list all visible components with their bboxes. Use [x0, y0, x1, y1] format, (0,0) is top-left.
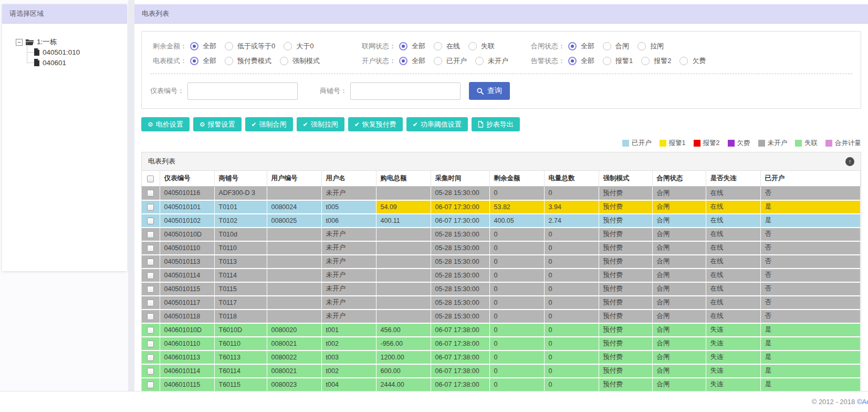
radio-option-account-status-1[interactable]: 已开户	[434, 56, 467, 66]
filter-separator	[150, 74, 852, 74]
table-cell: 0	[544, 337, 599, 351]
table-cell	[267, 241, 321, 255]
toolbar-button-抄表导出[interactable]: 抄表导出	[472, 117, 520, 131]
table-cell: -956.00	[376, 337, 431, 351]
table-header-row: 仪表编号商铺号用户编号用户名购电总额采集时间剩余金额电量总数强制模式合闸状态是否…	[142, 171, 861, 187]
row-checkbox-cell	[142, 310, 160, 323]
toolbar-button-报警设置[interactable]: ⚙报警设置	[193, 117, 242, 131]
table-cell: 未开户	[321, 296, 376, 310]
row-checkbox[interactable]	[147, 327, 154, 334]
table-cell: T6010D	[214, 323, 267, 337]
row-checkbox[interactable]	[147, 286, 154, 293]
legend-swatch	[758, 140, 765, 147]
radio-icon[interactable]	[434, 42, 442, 50]
row-checkbox[interactable]	[147, 382, 154, 388]
legend-label: 合并计量	[835, 139, 861, 148]
radio-icon[interactable]	[434, 57, 442, 65]
row-checkbox[interactable]	[147, 218, 154, 224]
table-cell: t005	[321, 200, 376, 214]
table-cell	[267, 255, 321, 269]
row-checkbox[interactable]	[147, 368, 154, 375]
radio-icon[interactable]	[225, 42, 233, 50]
radio-icon[interactable]	[280, 57, 288, 65]
radio-icon[interactable]	[568, 57, 577, 65]
table-cell: t002	[321, 337, 376, 351]
tree-child-node[interactable]: 040601	[25, 57, 127, 68]
radio-option-switch-status-2[interactable]: 拉闸	[637, 42, 664, 51]
query-button[interactable]: 查询	[469, 82, 510, 100]
select-all-checkbox[interactable]	[147, 176, 154, 182]
filter-group-label: 告警状态：	[528, 56, 565, 66]
toolbar-button-电价设置[interactable]: ⚙电价设置	[141, 117, 190, 131]
radio-icon[interactable]	[475, 57, 484, 65]
radio-option-network-status-1[interactable]: 在线	[434, 42, 460, 51]
radio-option-remaining-amount-1[interactable]: 低于或等于0	[225, 42, 275, 51]
radio-option-alarm-status-0[interactable]: 全部	[568, 56, 594, 66]
tree-child-node[interactable]: 040501:010	[25, 47, 127, 57]
radio-icon[interactable]	[603, 42, 611, 50]
tree-root-label[interactable]: 1:一栋	[37, 37, 57, 47]
radio-icon[interactable]	[399, 57, 407, 65]
table-cell: 54.09	[376, 200, 431, 214]
table-cell: T0113	[214, 255, 267, 269]
radio-option-alarm-status-2[interactable]: 报警2	[641, 56, 671, 66]
row-checkbox[interactable]	[147, 341, 154, 347]
toolbar-button-强制拉闸[interactable]: ✔强制拉闸	[297, 117, 344, 131]
toolbar-button-恢复预付费[interactable]: ✔恢复预付费	[348, 117, 403, 131]
radio-option-account-status-0[interactable]: 全部	[399, 56, 425, 66]
table-cell: 0	[544, 364, 599, 378]
table-cell: 0	[544, 296, 599, 310]
tree-child-label[interactable]: 040501:010	[43, 48, 80, 56]
meter-no-input[interactable]	[187, 83, 298, 100]
row-checkbox[interactable]	[147, 245, 154, 252]
radio-option-remaining-amount-0[interactable]: 全部	[190, 42, 216, 51]
radio-option-meter-mode-0[interactable]: 全部	[190, 56, 216, 66]
table-cell: 合闸	[652, 269, 706, 282]
shop-no-input[interactable]	[350, 83, 461, 100]
tree-child-label[interactable]: 040601	[43, 59, 66, 67]
radio-icon[interactable]	[190, 57, 198, 65]
radio-option-account-status-2[interactable]: 未开户	[475, 56, 508, 66]
radio-option-meter-mode-2[interactable]: 强制模式	[280, 56, 320, 66]
radio-icon[interactable]	[641, 57, 650, 65]
radio-icon[interactable]	[190, 42, 198, 50]
radio-option-network-status-0[interactable]: 全部	[399, 42, 425, 51]
row-checkbox[interactable]	[147, 313, 154, 320]
radio-option-label: 报警2	[654, 56, 671, 66]
radio-option-network-status-2[interactable]: 失联	[468, 42, 495, 51]
radio-icon[interactable]	[468, 42, 477, 50]
radio-option-switch-status-0[interactable]: 全部	[568, 42, 594, 51]
legend-label: 失联	[804, 139, 818, 148]
table-cell: 0	[544, 310, 599, 323]
toolbar-button-强制合闸[interactable]: ✔强制合闸	[245, 117, 293, 131]
row-checkbox[interactable]	[147, 204, 154, 211]
row-checkbox[interactable]	[147, 300, 154, 306]
row-checkbox[interactable]	[147, 259, 154, 265]
row-checkbox[interactable]	[147, 272, 154, 279]
tree-collapse-icon[interactable]: −	[16, 39, 23, 46]
row-checkbox[interactable]	[147, 354, 154, 361]
table-cell: 合闸	[652, 323, 706, 337]
radio-icon[interactable]	[679, 57, 688, 65]
radio-icon[interactable]	[568, 42, 577, 50]
radio-option-switch-status-1[interactable]: 合闸	[603, 42, 629, 51]
toolbar-button-label: 报警设置	[208, 120, 235, 129]
copyright-link[interactable]: ©Acr	[857, 398, 868, 406]
radio-option-remaining-amount-2[interactable]: 大于0	[284, 42, 313, 51]
row-checkbox-cell	[142, 200, 160, 214]
radio-icon[interactable]	[399, 42, 407, 50]
radio-icon[interactable]	[603, 57, 611, 65]
radio-option-alarm-status-3[interactable]: 欠费	[679, 56, 706, 66]
radio-option-meter-mode-1[interactable]: 预付费模式	[225, 56, 271, 66]
toolbar-button-功率阈值设置[interactable]: ✔功率阈值设置	[406, 117, 468, 131]
radio-option-alarm-status-1[interactable]: 报警1	[603, 56, 633, 66]
row-checkbox[interactable]	[147, 190, 154, 197]
table-cell: 040501010D	[160, 228, 214, 241]
table-cell: t003	[321, 351, 376, 364]
row-checkbox[interactable]	[147, 231, 154, 238]
table-panel-header: 电表列表 ↑	[142, 152, 861, 171]
radio-icon[interactable]	[284, 42, 292, 50]
radio-icon[interactable]	[225, 57, 233, 65]
collapse-panel-icon[interactable]: ↑	[845, 157, 854, 166]
radio-icon[interactable]	[637, 42, 646, 50]
